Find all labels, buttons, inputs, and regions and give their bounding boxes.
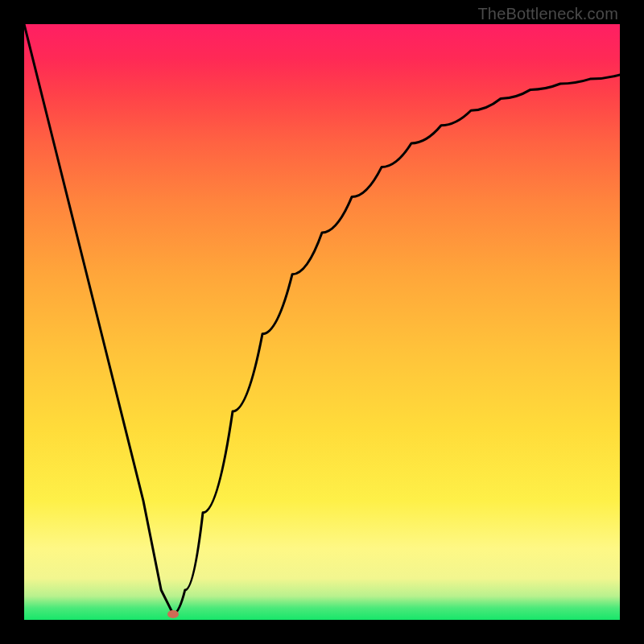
chart-frame: TheBottleneck.com <box>0 0 644 644</box>
bottleneck-curve <box>24 24 620 620</box>
watermark-label: TheBottleneck.com <box>477 5 618 23</box>
plot-area <box>24 24 620 620</box>
curve-path <box>24 24 620 614</box>
optimal-marker <box>167 610 179 618</box>
